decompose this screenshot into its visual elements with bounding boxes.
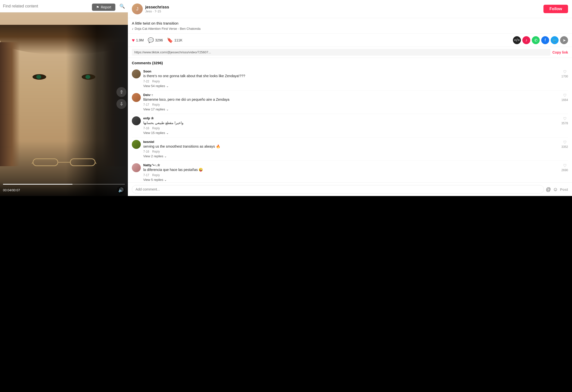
comment-meta: 7-22 Reply bbox=[143, 80, 286, 83]
progress-fill bbox=[3, 184, 72, 185]
comment-text: is there's no one gonna talk about that … bbox=[143, 74, 286, 79]
comment-text: serving us the smoothest transitions as … bbox=[143, 144, 286, 149]
video-background: ⚑ Report ⇧ ⇩ 00:04/00:07 🔊 bbox=[0, 0, 128, 196]
reply-button[interactable]: Reply bbox=[152, 80, 160, 83]
avatar: J bbox=[132, 3, 143, 14]
bookmark-icon: 🔖 bbox=[167, 37, 173, 43]
video-controls: 00:04/00:07 🔊 bbox=[0, 182, 128, 196]
comment-body: Natty.°•○.☆ la diferencia que hace las p… bbox=[143, 163, 286, 182]
glasses-svg bbox=[32, 154, 96, 169]
comment-text: la diferencia que hace las pestañas 😜 bbox=[143, 167, 286, 172]
comment-item: kesniel serving us the smoothest transit… bbox=[132, 137, 286, 161]
comment-date: 7-16 bbox=[143, 127, 149, 130]
action-bar: ♥ 1.9M 💬 3296 🔖 111K </> ♪ ✆ f 🐦 bbox=[128, 34, 286, 47]
comment-text: واخيرا مقطع طبيعي بحسابها bbox=[143, 121, 286, 126]
svg-rect-1 bbox=[70, 159, 95, 166]
reply-button[interactable]: Reply bbox=[152, 103, 160, 106]
creator-header: J jessechrisss Jess · 7-15 Follow bbox=[128, 0, 286, 18]
avatar bbox=[132, 140, 141, 149]
comment-date: 7-22 bbox=[143, 80, 149, 83]
comment-body: kesniel serving us the smoothest transit… bbox=[143, 140, 286, 158]
chevron-up-icon: ⇧ bbox=[120, 89, 123, 95]
comment-meta: 7-16 Reply bbox=[143, 127, 286, 130]
hair-left bbox=[0, 42, 20, 166]
heart-icon: ♥ bbox=[132, 37, 135, 43]
avatar bbox=[132, 116, 141, 125]
comment-body: Deiv↑↑ llámenme loco, pero me dió un peq… bbox=[143, 93, 286, 111]
video-description: A little twist on this transition ♪ Doja… bbox=[128, 18, 286, 34]
comment-item: Natty.°•○.☆ la diferencia que hace las p… bbox=[132, 161, 286, 182]
comment-meta: 7-16 Reply bbox=[143, 150, 286, 153]
bookmarks-count: 111K bbox=[174, 38, 182, 42]
video-title: A little twist on this transition bbox=[132, 21, 286, 25]
comment-body: Soon is there's no one gonna talk about … bbox=[143, 69, 286, 88]
bookmarks-action[interactable]: 🔖 111K bbox=[167, 37, 182, 43]
music-text[interactable]: Doja Cat Attention First Verse - Ben Cha… bbox=[135, 27, 201, 31]
chevron-down-icon: ⇩ bbox=[120, 101, 123, 107]
search-icon[interactable]: 🔍 bbox=[119, 3, 125, 9]
volume-icon: 🔊 bbox=[118, 187, 124, 193]
right-panel: J jessechrisss Jess · 7-15 Follow A litt… bbox=[128, 0, 286, 196]
reply-button[interactable]: Reply bbox=[152, 173, 160, 177]
view-replies-button[interactable]: View 15 replies ⌄ bbox=[143, 131, 286, 135]
link-row: https://www.tiktok.com/@jessechrisss/vid… bbox=[128, 47, 286, 58]
comment-icon: 💬 bbox=[148, 37, 154, 43]
reply-button[interactable]: Reply bbox=[152, 127, 160, 130]
controls-row: 00:04/00:07 🔊 bbox=[3, 186, 125, 194]
comment-username[interactable]: kesniel bbox=[143, 140, 286, 144]
comment-date: 7-16 bbox=[143, 150, 149, 153]
left-eye bbox=[33, 74, 46, 80]
view-replies-button[interactable]: View 54 replies ⌄ bbox=[143, 84, 286, 88]
eyes-area bbox=[15, 69, 113, 84]
report-button[interactable]: ⚑ Report bbox=[92, 3, 115, 11]
comment-username[interactable]: Natty.°•○.☆ bbox=[143, 163, 286, 167]
time-display: 00:04/00:07 bbox=[3, 188, 20, 192]
avatar bbox=[132, 163, 141, 172]
video-section: ⚑ Report ⇧ ⇩ 00:04/00:07 🔊 bbox=[0, 0, 128, 196]
comment-username[interactable]: Soon bbox=[143, 69, 286, 73]
comment-date: 7-17 bbox=[143, 103, 149, 106]
creator-date-sep: · bbox=[153, 9, 154, 13]
creator-username[interactable]: jessechrisss bbox=[145, 5, 286, 9]
reply-button[interactable]: Reply bbox=[152, 150, 160, 153]
nav-arrows: ⇧ ⇩ bbox=[116, 87, 126, 109]
comment-date: 7-17 bbox=[143, 173, 149, 177]
music-label: ♪ Doja Cat Attention First Verse - Ben C… bbox=[132, 27, 286, 31]
comment-item: Deiv↑↑ llámenme loco, pero me dió un peq… bbox=[132, 91, 286, 114]
progress-bar[interactable] bbox=[3, 184, 125, 185]
comment-username[interactable]: Deiv↑↑ bbox=[143, 93, 286, 97]
right-eye bbox=[82, 74, 95, 80]
video-frame bbox=[0, 12, 128, 196]
comment-meta: 7-17 Reply bbox=[143, 173, 286, 177]
nav-up-button[interactable]: ⇧ bbox=[116, 87, 126, 97]
add-comment-bar: @ ☺ Post bbox=[128, 182, 286, 196]
view-replies-button[interactable]: View 5 replies ⌄ bbox=[143, 178, 286, 182]
comment-body: enfp ✰ واخيرا مقطع طبيعي بحسابها 7-16 Re… bbox=[143, 116, 286, 135]
comment-item: Soon is there's no one gonna talk about … bbox=[132, 67, 286, 91]
svg-rect-0 bbox=[33, 159, 58, 166]
video-url: https://www.tiktok.com/@jessechrisss/vid… bbox=[132, 49, 286, 56]
comments-action[interactable]: 💬 3296 bbox=[148, 37, 163, 43]
creator-sub: Jess · 7-15 bbox=[145, 9, 286, 13]
likes-action[interactable]: ♥ 1.9M bbox=[132, 37, 144, 43]
comment-username[interactable]: enfp ✰ bbox=[143, 116, 286, 120]
comments-count: 3296 bbox=[155, 38, 163, 42]
glasses-area bbox=[0, 151, 128, 171]
comment-text: llámenme loco, pero me dió un pequeño ai… bbox=[143, 97, 286, 102]
creator-info: jessechrisss Jess · 7-15 bbox=[145, 5, 286, 13]
creator-display-name: Jess bbox=[145, 9, 152, 13]
flag-icon: ⚑ bbox=[96, 5, 99, 9]
comments-section: Comments (3296) Soon is there's no one g… bbox=[128, 58, 286, 182]
comment-item: enfp ✰ واخيرا مقطع طبيعي بحسابها 7-16 Re… bbox=[132, 114, 286, 137]
avatar bbox=[132, 69, 141, 78]
comment-input[interactable] bbox=[132, 185, 286, 194]
volume-button[interactable]: 🔊 bbox=[117, 186, 125, 194]
view-replies-button[interactable]: View 17 replies ⌄ bbox=[143, 107, 286, 111]
likes-count: 1.9M bbox=[136, 38, 144, 42]
avatar bbox=[132, 93, 141, 102]
nav-down-button[interactable]: ⇩ bbox=[116, 99, 126, 109]
creator-date: 7-15 bbox=[155, 9, 161, 13]
view-replies-button[interactable]: View 2 replies ⌄ bbox=[143, 154, 286, 158]
comments-header: Comments (3296) bbox=[132, 58, 286, 67]
music-icon: ♪ bbox=[132, 27, 134, 31]
